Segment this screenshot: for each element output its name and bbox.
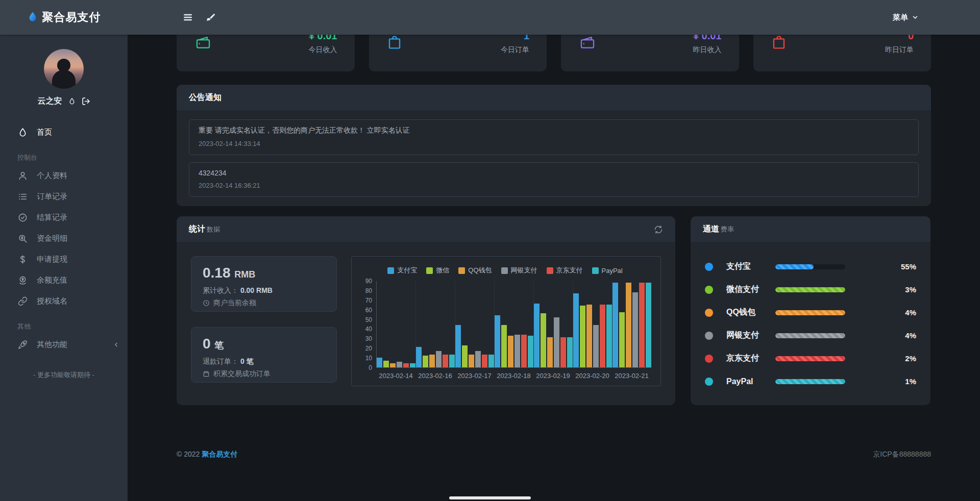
stats-panel: 统计 数据 0.18 RMB 累计收入： 0.00 RMB 商户当前余额 [177,216,675,405]
menu-dropdown[interactable]: 菜单 [893,13,919,22]
refund-line2: 积累交易成功订单 [213,369,271,379]
logout-icon[interactable] [82,97,90,106]
sidebar-toggle-hamburger-icon[interactable] [183,12,193,22]
theme-brush-icon[interactable] [206,13,216,22]
sidebar-item-label: 申请提现 [37,255,67,264]
legend-label: 京东支付 [556,266,583,275]
channel-dot-icon [705,355,713,363]
balance-line1-value: 0.00 RMB [240,286,273,294]
legend-item-京东支付[interactable]: 京东支付 [547,266,583,275]
bar-PayPal [606,305,612,367]
bar-支付宝 [495,315,500,367]
bar-网银支付 [554,317,559,367]
legend-item-网银支付[interactable]: 网银支付 [501,266,537,275]
stats-title-strong: 统计 [189,224,205,235]
sidebar-item-首页[interactable]: 首页 [0,122,128,143]
sidebar-item-label: 个人资料 [37,171,67,181]
channel-dot-icon [705,263,713,271]
balance-line1-label: 累计收入： [203,286,238,294]
legend-item-支付宝[interactable]: 支付宝 [387,266,417,275]
announcements-title: 公告通知 [189,92,222,103]
sidebar-item-申请提现[interactable]: 申请提现 [0,249,128,270]
sidebar-item-个人资料[interactable]: 个人资料 [0,165,128,186]
bar-QQ钱包 [626,283,631,367]
channel-label: 支付宝 [726,261,775,272]
y-tick-label: 50 [365,316,372,323]
refund-line1-value: 0 笔 [240,357,254,365]
x-tick-label: 2023-02-20 [573,372,612,380]
bar-京东支付 [560,337,566,367]
bar-支付宝 [455,325,461,367]
channel-label: PayPal [726,377,775,386]
y-tick-label: 0 [369,364,372,371]
bar-PayPal [488,355,494,367]
search-dollar-icon [17,234,28,243]
legend-swatch [458,267,465,274]
avatar[interactable] [44,49,84,89]
channel-percent: 1% [905,377,916,386]
bar-网银支付 [514,335,520,367]
bar-group-2023-02-21 [612,281,651,367]
x-tick-label: 2023-02-21 [612,372,651,380]
y-tick-label: 10 [365,355,372,362]
balance-unit: RMB [234,269,255,280]
sidebar-item-label: 其他功能 [37,340,67,349]
sidebar-item-结算记录[interactable]: 结算记录 [0,207,128,228]
horizontal-scrollbar-thumb[interactable] [449,496,531,499]
legend-label: 网银支付 [511,266,537,275]
wallet-icon [578,34,597,51]
legend-item-PayPal[interactable]: PayPal [592,266,623,275]
sidebar-item-label: 余额充值 [37,275,67,285]
bar-PayPal [646,283,651,367]
refresh-icon[interactable] [654,225,663,234]
bar-group-2023-02-17 [455,281,494,367]
channel-rates-panel: 通道 费率 支付宝55%微信支付3%QQ钱包4%网银支付4%京东支付2%PayP… [691,216,930,405]
user-drop-icon [68,97,76,106]
refund-box: 0 笔 退款订单： 0 笔 积累交易成功订单 [191,327,337,383]
sidebar-item-余额充值[interactable]: 余额充值 [0,270,128,291]
bar-微信 [541,313,546,367]
bar-京东支付 [443,355,448,367]
sidebar-item-订单记录[interactable]: 订单记录 [0,186,128,207]
sidebar-item-其他功能[interactable]: 其他功能 [0,334,128,355]
bar-group-2023-02-16 [415,281,455,367]
legend-item-微信[interactable]: 微信 [426,266,449,275]
bar-QQ钱包 [429,355,435,367]
channel-label: QQ钱包 [726,307,775,318]
stat-card-label: 昨日订单 [885,45,914,55]
user-icon [17,171,28,181]
bar-PayPal [528,336,533,367]
orders-bar-chart: 支付宝微信QQ钱包网银支付京东支付PayPal 0102030405060708… [351,256,661,386]
legend-swatch [387,267,394,274]
channels-title-light: 费率 [721,225,734,234]
bar-京东支付 [403,363,409,367]
bar-group-2023-02-18 [494,281,533,367]
username: 云之安 [38,96,62,107]
bar-group-2023-02-14 [377,281,415,367]
channel-progress-track [775,264,845,269]
bar-PayPal [449,355,455,367]
chart-y-axis: 0102030405060708090 [359,281,376,368]
bar-微信 [462,345,468,367]
legend-item-QQ钱包[interactable]: QQ钱包 [458,266,492,275]
bar-支付宝 [534,304,540,367]
x-tick-label: 2023-02-17 [455,372,494,380]
channel-row-支付宝: 支付宝55% [705,255,916,278]
footer-brand-link[interactable]: 聚合易支付 [202,450,237,458]
channel-percent: 2% [905,354,916,363]
sidebar-item-资金明细[interactable]: 资金明细 [0,228,128,249]
sidebar-item-label: 首页 [37,128,52,137]
brand[interactable]: 聚合易支付 [0,10,128,25]
channel-dot-icon [705,378,713,386]
channel-dot-icon [705,332,713,340]
balance-value: 0.18 [203,265,231,281]
channel-progress-track [775,379,845,384]
channel-progress-track [775,310,845,315]
legend-swatch [547,267,553,274]
bar-京东支付 [600,305,605,367]
brand-title: 聚合易支付 [42,10,101,25]
channel-percent: 4% [905,331,916,340]
channel-dot-icon [705,309,713,317]
sidebar-item-授权域名[interactable]: 授权域名 [0,291,128,312]
channels-title-strong: 通道 [703,224,719,235]
